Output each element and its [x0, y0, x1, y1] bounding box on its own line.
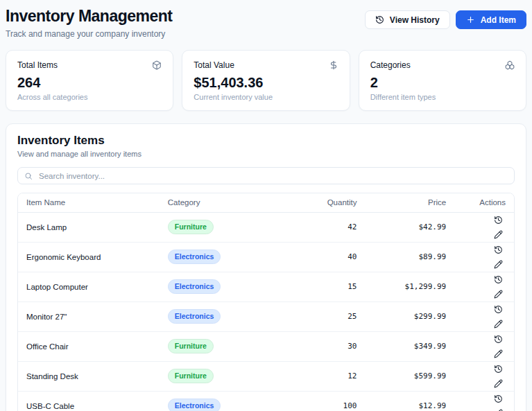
stat-card-categories: Categories 2 Different item types — [359, 50, 526, 111]
view-history-label: View History — [390, 15, 440, 25]
history-icon — [494, 305, 503, 314]
table-header-row: Item Name Category Quantity Price Action… — [18, 193, 514, 212]
item-name: Ergonomic Keyboard — [18, 242, 160, 272]
inventory-table: Item Name Category Quantity Price Action… — [17, 193, 515, 411]
item-quantity: 30 — [291, 331, 365, 361]
pencil-icon — [494, 290, 503, 299]
history-icon — [494, 216, 503, 225]
dollar-sign-icon — [329, 60, 338, 70]
item-name: Standing Desk — [18, 361, 160, 391]
search-bar — [17, 167, 515, 184]
item-name: USB-C Cable — [18, 391, 160, 411]
stat-label: Categories — [370, 60, 411, 70]
inventory-items-card: Inventory Items View and manage all inve… — [6, 123, 526, 411]
table-row: Office Chair Furniture 30 $349.99 — [18, 331, 514, 361]
item-name: Laptop Computer — [18, 272, 160, 301]
item-price: $42.99 — [365, 212, 454, 242]
item-quantity: 25 — [291, 301, 365, 331]
search-input[interactable] — [17, 167, 515, 184]
item-quantity: 100 — [291, 391, 365, 411]
item-price: $1,299.99 — [365, 272, 454, 301]
item-price: $89.99 — [365, 242, 454, 272]
stat-value: 264 — [17, 75, 162, 91]
item-quantity: 12 — [291, 361, 365, 391]
row-history-button[interactable] — [491, 302, 506, 317]
stat-label: Total Value — [194, 60, 234, 70]
search-icon — [24, 172, 33, 180]
row-edit-button[interactable] — [491, 287, 506, 301]
stat-sub: Across all categories — [17, 93, 162, 101]
history-icon — [494, 394, 503, 403]
item-quantity: 40 — [291, 242, 365, 272]
history-icon — [494, 275, 503, 284]
item-quantity: 15 — [291, 272, 365, 301]
plus-icon — [466, 15, 475, 24]
table-row: USB-C Cable Electronics 100 $12.99 — [18, 391, 514, 411]
add-item-label: Add Item — [481, 15, 516, 25]
item-price: $12.99 — [365, 391, 454, 411]
history-icon — [494, 365, 503, 374]
stat-card-total-value: Total Value $51,403.36 Current inventory… — [182, 50, 350, 111]
category-badge: Electronics — [168, 250, 221, 264]
category-badge: Electronics — [168, 309, 221, 324]
row-edit-button[interactable] — [491, 347, 506, 361]
pencil-icon — [494, 260, 503, 269]
inventory-page: Inventory Management Track and manage yo… — [0, 0, 532, 411]
stat-sub: Current inventory value — [194, 93, 338, 101]
stat-value: $51,403.36 — [194, 75, 338, 91]
history-icon — [494, 245, 503, 254]
row-edit-button[interactable] — [491, 257, 506, 272]
column-header-actions: Actions — [454, 193, 514, 212]
section-subtitle: View and manage all inventory items — [17, 150, 515, 158]
row-history-button[interactable] — [491, 362, 506, 376]
row-history-button[interactable] — [491, 392, 506, 406]
column-header-category: Category — [160, 193, 291, 212]
row-edit-button[interactable] — [491, 376, 506, 391]
item-price: $349.99 — [365, 331, 454, 361]
item-price: $599.99 — [365, 361, 454, 391]
column-header-price: Price — [365, 193, 454, 212]
item-price: $299.99 — [365, 301, 454, 331]
pencil-icon — [494, 379, 503, 388]
page-header: Inventory Management Track and manage yo… — [6, 7, 526, 39]
table-row: Monitor 27" Electronics 25 $299.99 — [18, 301, 514, 331]
boxes-icon — [505, 60, 515, 70]
table-row: Desk Lamp Furniture 42 $42.99 — [18, 212, 514, 242]
row-history-button[interactable] — [491, 213, 506, 227]
row-edit-button[interactable] — [491, 227, 506, 242]
row-history-button[interactable] — [491, 243, 506, 257]
table-row: Laptop Computer Electronics 15 $1,299.99 — [18, 272, 514, 301]
category-badge: Furniture — [168, 369, 214, 383]
row-history-button[interactable] — [491, 332, 506, 347]
header-actions: View History Add Item — [365, 10, 526, 29]
page-subtitle: Track and manage your company inventory — [6, 29, 173, 39]
category-badge: Furniture — [168, 220, 214, 234]
column-header-item-name: Item Name — [18, 193, 160, 212]
item-name: Office Chair — [18, 331, 160, 361]
item-quantity: 42 — [291, 212, 365, 242]
pencil-icon — [494, 320, 503, 329]
pencil-icon — [494, 230, 503, 239]
page-title: Inventory Management — [6, 7, 173, 26]
table-row: Standing Desk Furniture 12 $599.99 — [18, 361, 514, 391]
row-edit-button[interactable] — [491, 406, 506, 411]
stats-row: Total Items 264 Across all categories To… — [6, 50, 526, 111]
row-edit-button[interactable] — [491, 317, 506, 331]
pencil-icon — [494, 409, 503, 411]
table-row: Ergonomic Keyboard Electronics 40 $89.99 — [18, 242, 514, 272]
view-history-button[interactable]: View History — [365, 10, 450, 29]
stat-card-total-items: Total Items 264 Across all categories — [6, 50, 173, 111]
row-history-button[interactable] — [491, 272, 506, 287]
stat-value: 2 — [370, 75, 515, 91]
category-badge: Electronics — [168, 279, 221, 294]
pencil-icon — [494, 349, 503, 358]
history-icon — [494, 335, 503, 344]
add-item-button[interactable]: Add Item — [456, 10, 526, 29]
stat-label: Total Items — [17, 60, 58, 70]
column-header-quantity: Quantity — [291, 193, 365, 212]
category-badge: Furniture — [168, 339, 214, 353]
section-title: Inventory Items — [17, 134, 515, 148]
category-badge: Electronics — [168, 399, 221, 411]
history-icon — [375, 15, 384, 24]
item-name: Desk Lamp — [18, 212, 160, 242]
